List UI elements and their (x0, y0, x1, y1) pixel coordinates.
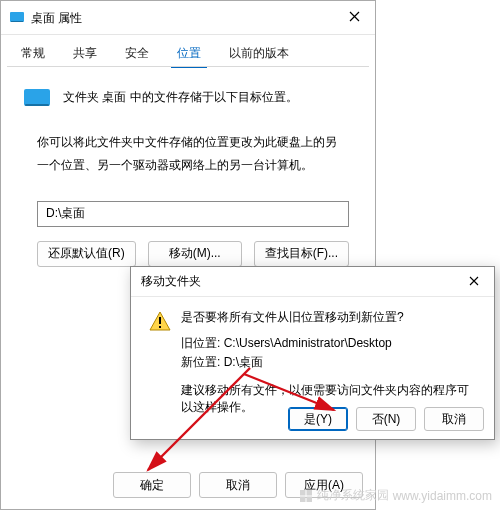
svg-rect-6 (159, 326, 161, 328)
tab-security[interactable]: 安全 (111, 39, 163, 67)
watermark-url: www.yidaimm.com (393, 489, 492, 503)
watermark: 纯净系统家园 www.yidaimm.com (299, 487, 492, 504)
move-button[interactable]: 移动(M)... (148, 241, 242, 267)
tab-label: 以前的版本 (229, 46, 289, 60)
no-button[interactable]: 否(N) (356, 407, 416, 431)
button-label: 确定 (140, 477, 164, 494)
tab-label: 常规 (21, 46, 45, 60)
tab-body-location: 文件夹 桌面 中的文件存储于以下目标位置。 你可以将此文件夹中文件存储的位置更改… (1, 67, 375, 277)
svg-rect-3 (25, 104, 49, 106)
button-label: 查找目标(F)... (265, 245, 338, 262)
location-button-row: 还原默认值(R) 移动(M)... 查找目标(F)... (37, 241, 353, 267)
svg-rect-9 (300, 490, 306, 496)
watermark-brand: 纯净系统家园 (317, 487, 389, 504)
restore-default-button[interactable]: 还原默认值(R) (37, 241, 136, 267)
old-location-value: C:\Users\Administrator\Desktop (224, 336, 392, 350)
svg-rect-10 (306, 490, 312, 496)
close-icon (469, 275, 479, 289)
button-label: 取消 (226, 477, 250, 494)
svg-rect-12 (306, 496, 312, 502)
dialog-cancel-button[interactable]: 取消 (424, 407, 484, 431)
tab-previous-versions[interactable]: 以前的版本 (215, 39, 303, 67)
button-label: 否(N) (372, 411, 401, 428)
move-folder-dialog: 移动文件夹 是否要将所有文件从旧位置移动到新位置? 旧位置: C:\Users\… (130, 266, 495, 440)
window-title: 桌面 属性 (31, 9, 333, 27)
old-location-row: 旧位置: C:\Users\Administrator\Desktop (181, 334, 480, 353)
desktop-icon (9, 10, 25, 26)
svg-rect-2 (24, 89, 50, 106)
new-location-label: 新位置: (181, 355, 220, 369)
dialog-button-row: 是(Y) 否(N) 取消 (131, 399, 494, 439)
location-path-input[interactable] (37, 201, 349, 227)
yes-button[interactable]: 是(Y) (288, 407, 348, 431)
close-icon (349, 11, 360, 25)
tab-label: 安全 (125, 46, 149, 60)
svg-rect-0 (10, 12, 24, 22)
tab-location[interactable]: 位置 (163, 39, 215, 67)
folder-header-text: 文件夹 桌面 中的文件存储于以下目标位置。 (63, 89, 298, 106)
dialog-titlebar: 移动文件夹 (131, 267, 494, 297)
cancel-button[interactable]: 取消 (199, 472, 277, 498)
dialog-title: 移动文件夹 (141, 273, 454, 290)
tab-label: 共享 (73, 46, 97, 60)
titlebar: 桌面 属性 (1, 1, 375, 35)
button-label: 移动(M)... (169, 245, 221, 262)
new-location-row: 新位置: D:\桌面 (181, 353, 480, 372)
tabs: 常规 共享 安全 位置 以前的版本 (1, 37, 375, 67)
dialog-close-button[interactable] (454, 267, 494, 296)
watermark-icon (299, 489, 313, 503)
old-location-label: 旧位置: (181, 336, 220, 350)
new-location-value: D:\桌面 (224, 355, 263, 369)
svg-rect-5 (159, 317, 161, 324)
help-text: 你可以将此文件夹中文件存储的位置更改为此硬盘上的另一个位置、另一个驱动器或网络上… (37, 131, 339, 177)
folder-icon (23, 85, 51, 109)
ok-button[interactable]: 确定 (113, 472, 191, 498)
svg-rect-1 (11, 21, 23, 22)
button-label: 是(Y) (304, 411, 332, 428)
button-label: 还原默认值(R) (48, 245, 125, 262)
close-button[interactable] (333, 1, 375, 34)
dialog-question: 是否要将所有文件从旧位置移动到新位置? (181, 309, 480, 326)
svg-rect-11 (300, 496, 306, 502)
tab-general[interactable]: 常规 (7, 39, 59, 67)
tabs-underline (7, 66, 369, 67)
tab-label: 位置 (177, 46, 201, 60)
tab-sharing[interactable]: 共享 (59, 39, 111, 67)
find-target-button[interactable]: 查找目标(F)... (254, 241, 349, 267)
button-label: 取消 (442, 411, 466, 428)
folder-header: 文件夹 桌面 中的文件存储于以下目标位置。 (23, 85, 353, 109)
